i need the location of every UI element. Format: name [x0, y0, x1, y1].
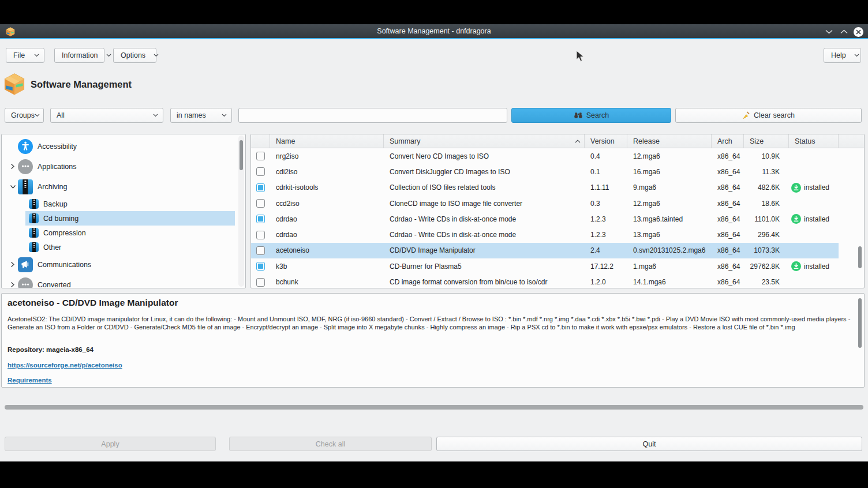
check-all-button[interactable]: Check all [229, 437, 432, 451]
column-checkbox[interactable] [251, 134, 270, 148]
cell-version: 0.4 [585, 152, 627, 160]
chevron-down-icon [153, 114, 158, 117]
table-row-cdrdao[interactable]: cdrdaoCdrdao - Write CDs in disk-at-once… [251, 211, 839, 227]
cell-name: cdi2iso [270, 168, 384, 176]
clear-search-button[interactable]: Clear search [675, 108, 862, 123]
cell-release: 9.mga6 [627, 183, 712, 192]
cell-name: acetoneiso [270, 246, 384, 254]
column-size[interactable]: Size [744, 134, 789, 148]
tree-item-converted[interactable]: Converted [2, 275, 235, 288]
menu-file[interactable]: File [6, 48, 44, 63]
row-checkbox[interactable] [256, 278, 265, 287]
apply-button[interactable]: Apply [5, 437, 216, 451]
tree-scrollbar[interactable] [238, 136, 244, 287]
cell-size: 10.9K [744, 152, 789, 160]
details-title: acetoneiso - CD/DVD Image Manipulator [8, 298, 178, 308]
cell-size: 1101.0K [744, 215, 789, 223]
column-release[interactable]: Release [627, 134, 712, 148]
menu-options[interactable]: Options [113, 48, 156, 63]
details-scrollbar[interactable] [857, 298, 863, 363]
chevron-down-icon [854, 54, 859, 57]
column-version[interactable]: Version [585, 134, 627, 148]
column-name[interactable]: Name [270, 134, 384, 148]
tree-item-accessibility[interactable]: Accessibility [2, 136, 235, 156]
close-button[interactable] [854, 27, 863, 37]
cell-size: 296.4K [744, 231, 789, 239]
tree-item-label: Converted [38, 281, 71, 289]
column-arch[interactable]: Arch [712, 134, 744, 148]
row-checkbox[interactable] [256, 231, 265, 239]
table-row-cdi2iso[interactable]: cdi2isoConvert DiskJuggler CD Images to … [251, 164, 839, 179]
cell-summary: Convert Nero CD Images to ISO [384, 152, 585, 160]
search-input[interactable] [238, 108, 507, 123]
cell-size: 23.5K [744, 278, 789, 286]
details-repository: Repository: mageia-x86_64 [8, 346, 93, 353]
tree-item-applications[interactable]: Applications [2, 156, 235, 177]
column-status[interactable]: Status [789, 134, 839, 148]
table-row-nrg2iso[interactable]: nrg2isoConvert Nero CD Images to ISO0.41… [251, 148, 839, 164]
cell-size: 1073.3K [744, 246, 789, 254]
table-row-acetoneiso[interactable]: acetoneisoCD/DVD Image Manipulator2.40.s… [251, 243, 839, 258]
cell-version: 0.1 [585, 168, 627, 176]
tree-item-other[interactable]: Other [25, 240, 235, 254]
search-button[interactable]: Search [511, 108, 671, 123]
cell-arch: x86_64 [712, 278, 744, 286]
dots-icon [18, 277, 33, 289]
table-row-ccd2iso[interactable]: ccd2isoCloneCD image to ISO image file c… [251, 196, 839, 211]
maximize-button[interactable] [839, 27, 849, 37]
row-checkbox[interactable] [256, 262, 265, 271]
cell-release: 13.mga6.tainted [627, 215, 712, 223]
expander-collapsed-icon[interactable] [8, 261, 18, 268]
cell-summary: Cdrdao - Write CDs in disk-at-once mode [384, 231, 585, 239]
expander-collapsed-icon[interactable] [8, 163, 18, 170]
row-checkbox[interactable] [256, 152, 265, 160]
table-row-bchunk[interactable]: bchunkCD image format conversion from bi… [251, 274, 839, 288]
package-details-panel: acetoneiso - CD/DVD Image Manipulator Ac… [1, 293, 865, 388]
category-dropdown[interactable]: All [50, 108, 163, 123]
cell-version: 1.2.0 [585, 278, 627, 286]
cell-name: ccd2iso [270, 200, 384, 208]
cell-version: 1.1.11 [585, 183, 627, 192]
table-row-cdrkit-isotools[interactable]: cdrkit-isotoolsCollection of ISO files r… [251, 180, 839, 196]
table-scrollbar[interactable] [857, 136, 863, 287]
cell-size: 18.6K [744, 200, 789, 208]
menu-information[interactable]: Information [54, 48, 104, 63]
tree-item-backup[interactable]: Backup [25, 197, 235, 211]
cell-version: 1.2.3 [585, 231, 627, 239]
row-checkbox[interactable] [256, 167, 265, 176]
row-checkbox[interactable] [256, 246, 265, 255]
cell-name: nrg2iso [270, 152, 384, 160]
tree-item-communications[interactable]: Communications [2, 254, 235, 275]
details-scrollbar-handle[interactable] [858, 298, 862, 348]
megaphone-icon [18, 257, 33, 272]
cell-size: 11.3K [744, 168, 789, 176]
details-horizontal-scrollbar[interactable] [5, 405, 863, 410]
category-tree-panel: AccessibilityApplicationsArchivingBackup… [1, 134, 246, 288]
status-label: installed [804, 262, 829, 271]
expander-expanded-icon[interactable] [8, 185, 18, 189]
cell-size: 482.6K [744, 183, 789, 192]
menu-help[interactable]: Help [824, 48, 861, 63]
requirements-link[interactable]: Requirements [8, 377, 52, 384]
page-title: Software Management [31, 79, 132, 90]
cell-arch: x86_64 [712, 152, 744, 160]
row-checkbox[interactable] [256, 199, 265, 208]
row-checkbox[interactable] [256, 183, 265, 192]
quit-button[interactable]: Quit [436, 437, 862, 451]
package-url-link[interactable]: https://sourceforge.net/p/acetoneiso [8, 362, 122, 369]
tree-scrollbar-handle[interactable] [240, 140, 243, 170]
tree-item-cd-burning[interactable]: Cd burning [25, 211, 235, 226]
column-summary[interactable]: Summary [384, 134, 585, 148]
tree-item-archiving[interactable]: Archiving [2, 177, 235, 197]
table-scrollbar-handle[interactable] [858, 246, 862, 268]
expander-collapsed-icon[interactable] [8, 281, 18, 288]
minimize-button[interactable] [824, 27, 834, 37]
table-row-k3b[interactable]: k3bCD-Burner for Plasma517.12.21.mga6x86… [251, 258, 839, 274]
titlebar[interactable]: Software Management - dnfdragora [0, 24, 868, 39]
groups-dropdown[interactable]: Groups [5, 108, 44, 123]
row-checkbox[interactable] [256, 215, 265, 223]
tree-item-compression[interactable]: Compression [25, 226, 235, 240]
search-mode-dropdown[interactable]: in names [170, 108, 232, 123]
table-row-cdrdao[interactable]: cdrdaoCdrdao - Write CDs in disk-at-once… [251, 227, 839, 242]
cell-arch: x86_64 [712, 231, 744, 239]
